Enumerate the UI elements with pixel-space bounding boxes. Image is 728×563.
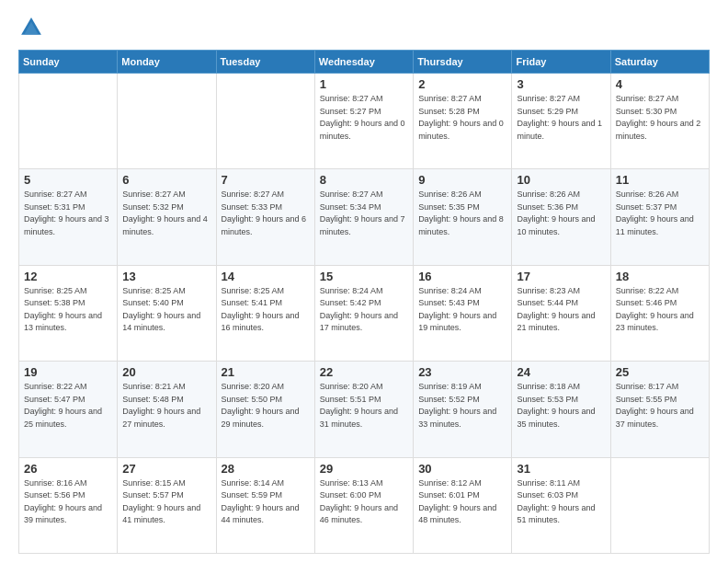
calendar-week-row: 5Sunrise: 8:27 AMSunset: 5:31 PMDaylight… xyxy=(19,169,710,265)
weekday-header: Thursday xyxy=(414,51,512,74)
weekday-header: Wednesday xyxy=(314,51,413,74)
calendar-day-cell: 6Sunrise: 8:27 AMSunset: 5:32 PMDaylight… xyxy=(118,169,216,265)
day-info: Sunrise: 8:27 AMSunset: 5:34 PMDaylight:… xyxy=(320,189,408,238)
calendar-day-cell xyxy=(118,74,216,169)
day-number: 4 xyxy=(616,77,704,91)
calendar-day-cell: 12Sunrise: 8:25 AMSunset: 5:38 PMDayligh… xyxy=(19,265,118,361)
day-info: Sunrise: 8:18 AMSunset: 5:53 PMDaylight:… xyxy=(517,381,605,431)
calendar-day-cell: 15Sunrise: 8:24 AMSunset: 5:42 PMDayligh… xyxy=(314,265,413,361)
calendar-day-cell: 11Sunrise: 8:26 AMSunset: 5:37 PMDayligh… xyxy=(610,169,709,265)
calendar-day-cell: 4Sunrise: 8:27 AMSunset: 5:30 PMDaylight… xyxy=(610,74,709,169)
day-info: Sunrise: 8:12 AMSunset: 6:01 PMDaylight:… xyxy=(418,477,506,527)
calendar-day-cell: 8Sunrise: 8:27 AMSunset: 5:34 PMDaylight… xyxy=(314,169,413,265)
calendar-week-row: 19Sunrise: 8:22 AMSunset: 5:47 PMDayligh… xyxy=(19,362,710,457)
day-info: Sunrise: 8:26 AMSunset: 5:35 PMDaylight:… xyxy=(418,189,506,238)
day-number: 7 xyxy=(222,173,310,187)
calendar-day-cell xyxy=(19,74,118,169)
day-number: 17 xyxy=(517,270,605,283)
header xyxy=(18,15,710,40)
day-info: Sunrise: 8:13 AMSunset: 6:00 PMDaylight:… xyxy=(320,477,408,527)
calendar-day-cell: 20Sunrise: 8:21 AMSunset: 5:48 PMDayligh… xyxy=(118,362,216,457)
calendar-day-cell: 14Sunrise: 8:25 AMSunset: 5:41 PMDayligh… xyxy=(216,265,314,361)
calendar-week-row: 1Sunrise: 8:27 AMSunset: 5:27 PMDaylight… xyxy=(19,74,710,169)
day-info: Sunrise: 8:24 AMSunset: 5:43 PMDaylight:… xyxy=(418,285,506,335)
calendar-day-cell: 7Sunrise: 8:27 AMSunset: 5:33 PMDaylight… xyxy=(216,169,314,265)
day-number: 5 xyxy=(24,173,112,187)
calendar-day-cell: 2Sunrise: 8:27 AMSunset: 5:28 PMDaylight… xyxy=(414,74,512,169)
calendar-day-cell: 23Sunrise: 8:19 AMSunset: 5:52 PMDayligh… xyxy=(414,362,512,457)
day-info: Sunrise: 8:27 AMSunset: 5:33 PMDaylight:… xyxy=(222,189,310,238)
calendar: SundayMondayTuesdayWednesdayThursdayFrid… xyxy=(18,50,710,554)
calendar-day-cell: 13Sunrise: 8:25 AMSunset: 5:40 PMDayligh… xyxy=(118,265,216,361)
day-number: 14 xyxy=(222,270,310,283)
page: SundayMondayTuesdayWednesdayThursdayFrid… xyxy=(0,0,728,563)
day-info: Sunrise: 8:22 AMSunset: 5:47 PMDaylight:… xyxy=(24,381,112,431)
day-info: Sunrise: 8:14 AMSunset: 5:59 PMDaylight:… xyxy=(222,477,310,527)
day-info: Sunrise: 8:19 AMSunset: 5:52 PMDaylight:… xyxy=(418,381,506,431)
calendar-day-cell: 16Sunrise: 8:24 AMSunset: 5:43 PMDayligh… xyxy=(414,265,512,361)
day-number: 2 xyxy=(418,77,506,91)
day-number: 21 xyxy=(222,365,310,379)
day-info: Sunrise: 8:22 AMSunset: 5:46 PMDaylight:… xyxy=(616,285,704,335)
calendar-day-cell: 25Sunrise: 8:17 AMSunset: 5:55 PMDayligh… xyxy=(610,362,709,457)
day-info: Sunrise: 8:11 AMSunset: 6:03 PMDaylight:… xyxy=(517,477,605,527)
calendar-day-cell: 5Sunrise: 8:27 AMSunset: 5:31 PMDaylight… xyxy=(19,169,118,265)
day-number: 28 xyxy=(222,462,310,476)
day-info: Sunrise: 8:21 AMSunset: 5:48 PMDaylight:… xyxy=(122,381,210,431)
day-number: 15 xyxy=(320,270,408,283)
day-info: Sunrise: 8:26 AMSunset: 5:36 PMDaylight:… xyxy=(517,189,605,238)
calendar-day-cell: 30Sunrise: 8:12 AMSunset: 6:01 PMDayligh… xyxy=(414,457,512,553)
calendar-day-cell: 24Sunrise: 8:18 AMSunset: 5:53 PMDayligh… xyxy=(512,362,610,457)
day-info: Sunrise: 8:17 AMSunset: 5:55 PMDaylight:… xyxy=(616,381,704,431)
calendar-day-cell: 18Sunrise: 8:22 AMSunset: 5:46 PMDayligh… xyxy=(610,265,709,361)
day-number: 23 xyxy=(418,365,506,379)
day-info: Sunrise: 8:27 AMSunset: 5:32 PMDaylight:… xyxy=(122,189,210,238)
day-info: Sunrise: 8:27 AMSunset: 5:27 PMDaylight:… xyxy=(320,93,408,143)
weekday-header: Monday xyxy=(118,51,216,74)
day-number: 29 xyxy=(320,462,408,476)
calendar-day-cell: 19Sunrise: 8:22 AMSunset: 5:47 PMDayligh… xyxy=(19,362,118,457)
calendar-day-cell: 27Sunrise: 8:15 AMSunset: 5:57 PMDayligh… xyxy=(118,457,216,553)
calendar-day-cell: 31Sunrise: 8:11 AMSunset: 6:03 PMDayligh… xyxy=(512,457,610,553)
day-number: 8 xyxy=(320,173,408,187)
day-number: 13 xyxy=(122,270,210,283)
day-number: 22 xyxy=(320,365,408,379)
day-number: 6 xyxy=(122,173,210,187)
day-info: Sunrise: 8:27 AMSunset: 5:30 PMDaylight:… xyxy=(616,93,704,143)
logo-icon xyxy=(18,15,44,40)
day-info: Sunrise: 8:25 AMSunset: 5:40 PMDaylight:… xyxy=(122,285,210,335)
weekday-header: Saturday xyxy=(610,51,709,74)
day-number: 18 xyxy=(616,270,704,283)
day-number: 3 xyxy=(517,77,605,91)
calendar-day-cell: 22Sunrise: 8:20 AMSunset: 5:51 PMDayligh… xyxy=(314,362,413,457)
weekday-header: Friday xyxy=(512,51,610,74)
calendar-day-cell: 1Sunrise: 8:27 AMSunset: 5:27 PMDaylight… xyxy=(314,74,413,169)
calendar-week-row: 26Sunrise: 8:16 AMSunset: 5:56 PMDayligh… xyxy=(19,457,710,553)
day-info: Sunrise: 8:25 AMSunset: 5:41 PMDaylight:… xyxy=(222,285,310,335)
day-info: Sunrise: 8:25 AMSunset: 5:38 PMDaylight:… xyxy=(24,285,112,335)
calendar-day-cell: 9Sunrise: 8:26 AMSunset: 5:35 PMDaylight… xyxy=(414,169,512,265)
day-info: Sunrise: 8:16 AMSunset: 5:56 PMDaylight:… xyxy=(24,477,112,527)
logo xyxy=(18,15,48,40)
day-number: 31 xyxy=(517,462,605,476)
day-info: Sunrise: 8:27 AMSunset: 5:29 PMDaylight:… xyxy=(517,93,605,143)
day-info: Sunrise: 8:23 AMSunset: 5:44 PMDaylight:… xyxy=(517,285,605,335)
day-number: 10 xyxy=(517,173,605,187)
day-number: 25 xyxy=(616,365,704,379)
day-info: Sunrise: 8:20 AMSunset: 5:50 PMDaylight:… xyxy=(222,381,310,431)
calendar-day-cell: 10Sunrise: 8:26 AMSunset: 5:36 PMDayligh… xyxy=(512,169,610,265)
day-info: Sunrise: 8:20 AMSunset: 5:51 PMDaylight:… xyxy=(320,381,408,431)
day-number: 19 xyxy=(24,365,112,379)
day-info: Sunrise: 8:26 AMSunset: 5:37 PMDaylight:… xyxy=(616,189,704,238)
weekday-header: Sunday xyxy=(19,51,118,74)
calendar-day-cell xyxy=(216,74,314,169)
day-number: 12 xyxy=(24,270,112,283)
day-number: 16 xyxy=(418,270,506,283)
day-number: 1 xyxy=(320,77,408,91)
day-info: Sunrise: 8:27 AMSunset: 5:28 PMDaylight:… xyxy=(418,93,506,143)
day-number: 27 xyxy=(122,462,210,476)
calendar-day-cell: 3Sunrise: 8:27 AMSunset: 5:29 PMDaylight… xyxy=(512,74,610,169)
day-number: 26 xyxy=(24,462,112,476)
day-info: Sunrise: 8:27 AMSunset: 5:31 PMDaylight:… xyxy=(24,189,112,238)
day-info: Sunrise: 8:24 AMSunset: 5:42 PMDaylight:… xyxy=(320,285,408,335)
